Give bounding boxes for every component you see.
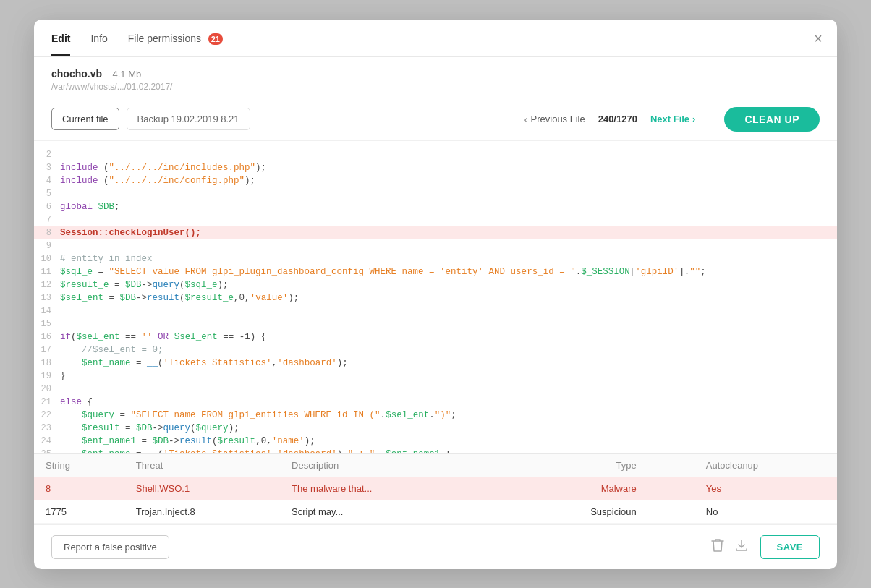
tab-info[interactable]: Info — [90, 33, 107, 56]
code-line-7: 7 — [34, 213, 837, 226]
code-line-6: 6 global $DB; — [34, 200, 837, 213]
code-line-23: 23 $result = $DB->query($query); — [34, 422, 837, 435]
col-string: String — [34, 454, 124, 477]
threats-header-row: String Threat Description Type Autoclean… — [34, 454, 837, 477]
threat-type-1: Malware — [476, 477, 694, 500]
footer-icons — [711, 538, 749, 556]
delete-icon-button[interactable] — [711, 538, 724, 556]
threat-row-2[interactable]: 1775 Trojan.Inject.8 Script may... Suspi… — [34, 500, 837, 523]
file-editor-modal: Edit Info File permissions 21 × chocho.v… — [34, 20, 837, 569]
threats-table: String Threat Description Type Autoclean… — [34, 454, 837, 524]
code-editor[interactable]: 2 3 include ("../../../inc/includes.php"… — [34, 141, 837, 454]
col-type: Type — [476, 454, 694, 477]
modal-overlay: Edit Info File permissions 21 × chocho.v… — [0, 0, 871, 588]
threat-desc-2: Script may... — [280, 500, 476, 523]
code-line-3: 3 include ("../../../inc/includes.php"); — [34, 161, 837, 174]
file-info: chocho.vb 4.1 Mb /var/www/vhosts/.../01.… — [34, 57, 837, 98]
next-arrow-icon: › — [692, 114, 695, 124]
threat-desc-1: The malware that... — [280, 477, 476, 500]
code-line-19: 19 } — [34, 370, 837, 383]
code-line-10: 10 # entity in index — [34, 252, 837, 265]
prev-file-button[interactable]: ‹ Previous File — [524, 113, 585, 125]
code-line-22: 22 $query = "SELECT name FROM glpi_entit… — [34, 409, 837, 422]
threat-row-1[interactable]: 8 Shell.WSO.1 The malware that... Malwar… — [34, 477, 837, 500]
threats-section: String Threat Description Type Autoclean… — [34, 454, 837, 524]
download-icon-button[interactable] — [734, 538, 749, 556]
file-name: chocho.vb — [51, 68, 102, 80]
code-line-16: 16 if($sel_ent == '' OR $sel_ent == -1) … — [34, 331, 837, 344]
file-path: /var/www/vhosts/.../01.02.2017/ — [51, 82, 820, 92]
code-line-20: 20 — [34, 383, 837, 396]
code-line-4: 4 include ("../../../inc/config.php"); — [34, 174, 837, 187]
code-line-24: 24 $ent_name1 = $DB->result($result,0,'n… — [34, 435, 837, 448]
threat-type-2: Suspicioun — [476, 500, 694, 523]
modal-tabs: Edit Info File permissions 21 × — [34, 20, 837, 57]
file-size: 4.1 Mb — [112, 69, 141, 80]
col-description: Description — [280, 454, 476, 477]
code-line-2: 2 — [34, 148, 837, 161]
file-toolbar: Current file Backup 19.02.2019 8.21 ‹ Pr… — [34, 98, 837, 141]
current-file-tab[interactable]: Current file — [51, 108, 119, 130]
tab-permissions[interactable]: File permissions 21 — [128, 33, 223, 56]
col-threat: Threat — [124, 454, 280, 477]
tab-edit[interactable]: Edit — [51, 33, 70, 56]
code-line-15: 15 — [34, 318, 837, 331]
permissions-badge: 21 — [208, 33, 223, 45]
code-line-12: 12 $result_e = $DB->query($sql_e); — [34, 278, 837, 291]
code-line-8: 8 Session::checkLoginUser(); — [34, 226, 837, 239]
page-counter: 240/1270 — [592, 114, 643, 124]
code-line-11: 11 $sql_e = "SELECT value FROM glpi_plug… — [34, 265, 837, 278]
threat-string-2: 1775 — [34, 500, 124, 523]
prev-arrow-icon: ‹ — [524, 113, 528, 125]
code-line-14: 14 — [34, 304, 837, 318]
threat-autoclean-1: Yes — [694, 477, 837, 500]
threat-name-1: Shell.WSO.1 — [124, 477, 280, 500]
threat-name-2: Trojan.Inject.8 — [124, 500, 280, 523]
modal-footer: Report a false positive SAVE — [34, 524, 837, 569]
code-line-17: 17 //$sel_ent = 0; — [34, 344, 837, 357]
code-line-21: 21 else { — [34, 396, 837, 409]
code-line-25: 25 $ent_name = __('Tickets Statistics','… — [34, 448, 837, 454]
code-line-18: 18 $ent_name = __('Tickets Statistics','… — [34, 357, 837, 370]
col-autocleanup: Autocleanup — [694, 454, 837, 477]
close-button[interactable]: × — [814, 31, 823, 46]
threat-autoclean-2: No — [694, 500, 837, 523]
code-line-9: 9 — [34, 239, 837, 252]
save-button[interactable]: SAVE — [760, 535, 820, 559]
code-line-13: 13 $sel_ent = $DB->result($result_e,0,'v… — [34, 291, 837, 304]
cleanup-button[interactable]: CLEAN UP — [724, 107, 820, 132]
threat-string-1: 8 — [34, 477, 124, 500]
code-line-5: 5 — [34, 187, 837, 200]
false-positive-button[interactable]: Report a false positive — [51, 535, 169, 559]
backup-tab[interactable]: Backup 19.02.2019 8.21 — [127, 108, 250, 130]
next-file-button[interactable]: Next File › — [650, 114, 696, 124]
